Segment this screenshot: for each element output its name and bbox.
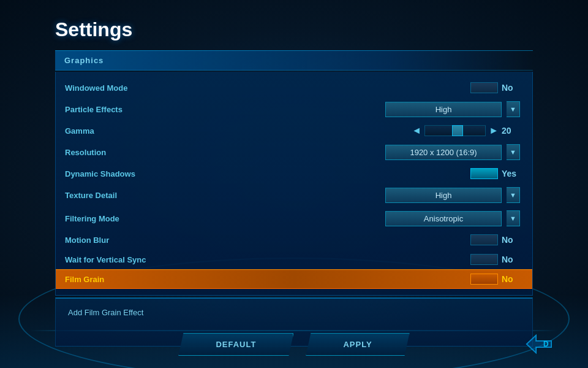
control-motion-blur[interactable]: No (470, 234, 520, 245)
setting-row-gamma: Gamma ◄ ► 20 (56, 121, 532, 140)
dropdown-arrow-resolution[interactable]: ▼ (507, 144, 520, 160)
label-motion-blur: Motion Blur (65, 236, 249, 245)
apply-button[interactable]: Apply (306, 333, 409, 356)
control-particle-effects[interactable]: High ▼ (385, 101, 520, 117)
setting-row-particle-effects: Particle Effects High ▼ (56, 98, 532, 121)
toggle-bar-vsync[interactable] (470, 254, 498, 265)
page-title: Settings (55, 18, 533, 41)
setting-row-vsync: Wait for Vertical Sync No (56, 250, 532, 269)
svg-text:D: D (543, 340, 549, 348)
section-header: Graphics (55, 50, 533, 71)
bottom-bar: Default Apply (55, 333, 533, 356)
setting-row-windowed-mode: Windowed Mode No (56, 78, 532, 98)
value-vsync: No (502, 255, 520, 264)
control-film-grain[interactable]: No (470, 274, 520, 285)
dropdown-value-particle-effects[interactable]: High (385, 102, 502, 117)
control-vsync[interactable]: No (470, 254, 520, 265)
setting-row-resolution: Resolution 1920 x 1200 (16:9) ▼ (56, 140, 532, 164)
slider-track-gamma[interactable] (424, 125, 486, 136)
label-windowed-mode: Windowed Mode (65, 83, 249, 93)
toggle-bar-windowed-mode[interactable] (470, 82, 498, 93)
dropdown-arrow-filtering-mode[interactable]: ▼ (507, 210, 520, 226)
value-dynamic-shadows: Yes (502, 169, 520, 178)
label-dynamic-shadows: Dynamic Shadows (65, 169, 249, 178)
dropdown-arrow-texture-detail[interactable]: ▼ (507, 187, 520, 203)
setting-row-filtering-mode: Filtering Mode Anisotropic ▼ (56, 207, 532, 230)
value-film-grain: No (502, 274, 520, 284)
toggle-bar-motion-blur[interactable] (470, 234, 498, 245)
label-texture-detail: Texture Detail (65, 191, 249, 200)
label-film-grain: Film Grain (65, 275, 249, 284)
dropdown-value-texture-detail[interactable]: High (385, 188, 502, 203)
value-motion-blur: No (502, 235, 520, 245)
setting-row-motion-blur: Motion Blur No (56, 230, 532, 250)
label-gamma: Gamma (65, 126, 249, 136)
back-button[interactable]: D (524, 332, 557, 356)
label-filtering-mode: Filtering Mode (65, 214, 249, 223)
slider-right-gamma[interactable]: ► (489, 125, 499, 136)
dropdown-value-filtering-mode[interactable]: Anisotropic (385, 211, 502, 226)
setting-row-dynamic-shadows: Dynamic Shadows Yes (56, 164, 532, 183)
value-windowed-mode: No (502, 83, 520, 93)
toggle-bar-film-grain[interactable] (470, 274, 498, 285)
setting-row-texture-detail: Texture Detail High ▼ (56, 183, 532, 207)
control-texture-detail[interactable]: High ▼ (385, 187, 520, 203)
dropdown-value-resolution[interactable]: 1920 x 1200 (16:9) (385, 145, 502, 160)
slider-thumb-gamma[interactable] (452, 125, 463, 136)
slider-value-gamma: 20 (502, 126, 520, 136)
toggle-bar-dynamic-shadows[interactable] (470, 168, 498, 179)
label-vsync: Wait for Vertical Sync (65, 255, 249, 264)
slider-left-gamma[interactable]: ◄ (412, 125, 421, 136)
default-button[interactable]: Default (178, 333, 293, 356)
control-filtering-mode[interactable]: Anisotropic ▼ (385, 210, 520, 226)
dropdown-arrow-particle-effects[interactable]: ▼ (507, 101, 520, 117)
description-text: Add Film Grain Effect (68, 308, 520, 317)
control-gamma[interactable]: ◄ ► 20 (412, 125, 520, 136)
label-particle-effects: Particle Effects (65, 105, 249, 114)
setting-row-film-grain[interactable]: Film Grain No (56, 269, 532, 289)
control-windowed-mode[interactable]: No (470, 82, 520, 93)
label-resolution: Resolution (65, 148, 249, 157)
settings-panel: Windowed Mode No Particle Effects High ▼… (55, 72, 533, 296)
control-resolution[interactable]: 1920 x 1200 (16:9) ▼ (385, 144, 520, 160)
control-dynamic-shadows[interactable]: Yes (470, 168, 520, 179)
